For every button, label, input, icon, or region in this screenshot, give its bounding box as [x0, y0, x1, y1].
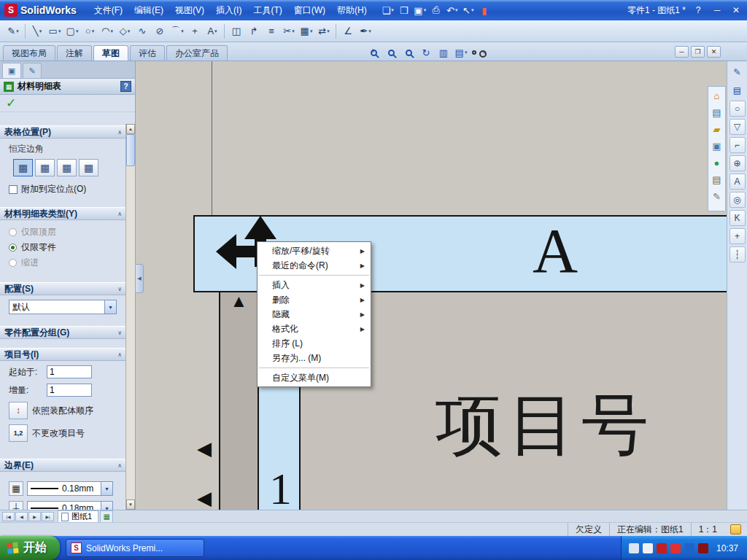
hidden-column-left-icon[interactable]: ◀ — [197, 439, 212, 458]
doc-minimize-button[interactable]: ─ — [675, 46, 689, 58]
menu-tools[interactable]: 工具(T) — [247, 2, 287, 19]
center-mark-icon[interactable]: + — [729, 228, 746, 244]
note-icon[interactable]: ▤ — [729, 82, 746, 98]
menu-window[interactable]: 窗口(W) — [288, 2, 331, 19]
point-icon[interactable]: + — [187, 23, 203, 39]
tab-sketch[interactable]: 草图 — [93, 45, 128, 61]
open-icon[interactable]: ❒ — [396, 2, 412, 18]
datum-feature-icon[interactable]: A — [729, 174, 746, 190]
drawing-area[interactable]: A ▲ 1 项目号 ◀ ◀ — [136, 61, 727, 510]
attach-to-anchor-checkbox[interactable] — [9, 185, 18, 194]
follow-assembly-order-button[interactable]: ↕ — [9, 402, 28, 419]
tab-evaluate[interactable]: 评估 — [130, 45, 165, 61]
menu-item-sort[interactable]: 排序 (L) — [258, 336, 371, 351]
centerline-icon[interactable]: ┆ — [729, 246, 746, 262]
balloon-icon[interactable]: ○ — [729, 101, 746, 117]
panel-tab-properties[interactable]: ▣ — [2, 63, 21, 78]
slot-icon[interactable]: ▢ — [64, 23, 80, 39]
start-at-input[interactable] — [47, 365, 92, 378]
menu-item-hide[interactable]: 隐藏 ▶ — [258, 307, 371, 322]
panel-tab-custom[interactable]: ✎ — [23, 63, 42, 78]
save-icon[interactable]: ▣ — [412, 2, 428, 18]
panel-help-button[interactable]: ? — [120, 81, 131, 92]
menu-edit[interactable]: 编辑(E) — [128, 2, 169, 19]
doc-restore-button[interactable]: ❐ — [691, 46, 705, 58]
panel-scrollbar[interactable] — [125, 124, 135, 510]
section-header-configurations[interactable]: 配置(S) ∨ — [0, 282, 126, 295]
grid-border-thickness-select[interactable]: 0.18mm ▼ — [27, 501, 113, 510]
geometric-tolerance-icon[interactable]: ⊕ — [729, 155, 746, 171]
select-icon[interactable]: ↖ — [460, 2, 476, 18]
menu-item-save-as[interactable]: 另存为... (M) — [258, 351, 371, 365]
ellipse-icon[interactable]: ⊘ — [152, 23, 168, 39]
minimize-button[interactable]: ─ — [711, 5, 724, 15]
scroll-thumb[interactable] — [126, 134, 135, 166]
layer-properties-icon[interactable]: ▤ — [454, 45, 468, 60]
custom-properties-icon[interactable]: ▤ — [710, 173, 724, 187]
menu-help[interactable]: 帮助(H) — [331, 2, 373, 19]
quick-snaps-icon[interactable]: ✒ — [357, 23, 374, 39]
section-header-bom-type[interactable]: 材料明细表类型(Y) ∧ — [0, 207, 126, 220]
tab-annotation[interactable]: 注解 — [57, 45, 92, 61]
corner-bottom-left-button[interactable]: ▦ — [57, 159, 77, 176]
radio-top-level-only[interactable] — [9, 228, 17, 236]
surface-finish-icon[interactable]: ▽ — [729, 119, 746, 135]
view-settings-icon[interactable] — [471, 45, 486, 60]
menu-item-insert[interactable]: 插入 ▶ — [258, 278, 371, 292]
corner-top-left-button[interactable]: ▦ — [13, 159, 33, 176]
fillet-icon[interactable]: ⌒ — [169, 23, 185, 39]
document-recovery-icon[interactable]: ✎ — [710, 190, 724, 203]
move-entities-icon[interactable]: ⇄ — [316, 23, 332, 39]
datum-target-icon[interactable]: ◎ — [729, 192, 746, 208]
scroll-down-icon[interactable] — [126, 499, 135, 510]
design-library-icon[interactable]: ▤ — [710, 106, 724, 120]
weld-symbol-icon[interactable]: ⌐ — [729, 137, 746, 153]
dropdown-arrow-icon[interactable]: ▼ — [101, 502, 112, 510]
edit-annotation-icon[interactable]: ✎ — [729, 64, 746, 80]
tab-office-products[interactable]: 办公室产品 — [166, 45, 228, 61]
corner-bottom-right-button[interactable]: ▦ — [79, 159, 98, 176]
mirror-entities-icon[interactable]: ◫ — [228, 23, 244, 39]
next-sheet-button[interactable]: ▶ — [28, 512, 41, 521]
sketch-icon[interactable]: ✎ — [5, 23, 21, 39]
section-header-part-config-grouping[interactable]: 零件配置分组(G) ∨ — [0, 326, 126, 339]
help-button[interactable]: ? — [692, 5, 705, 15]
section-header-item-numbers[interactable]: 项目号(I) ∧ — [0, 348, 126, 361]
dropdown-arrow-icon[interactable]: ▼ — [104, 300, 116, 314]
menu-item-zoom-pan-rotate[interactable]: 缩放/平移/旋转 ▶ — [258, 244, 371, 258]
doc-close-button[interactable]: ✕ — [707, 46, 721, 58]
zoom-to-fit-icon[interactable] — [401, 45, 416, 60]
add-sheet-button[interactable]: ▦ — [100, 510, 113, 522]
sheet-tab[interactable]: 图纸1 — [58, 510, 98, 522]
box-border-thickness-select[interactable]: 0.18mm ▼ — [27, 481, 113, 496]
dropdown-arrow-icon[interactable]: ▼ — [101, 482, 112, 495]
spline-icon[interactable]: ∿ — [134, 23, 150, 39]
arc-icon[interactable]: ◠ — [99, 23, 115, 39]
menu-view[interactable]: 视图(V) — [169, 2, 210, 19]
previous-sheet-button[interactable]: ◀ — [15, 512, 28, 521]
menu-insert[interactable]: 插入(I) — [210, 2, 247, 19]
configuration-select[interactable]: 默认 ▼ — [9, 300, 117, 314]
quick-tips-icon[interactable] — [730, 524, 741, 534]
panel-collapse-handle[interactable] — [136, 264, 144, 293]
rebuild-view-icon[interactable]: ↻ — [419, 45, 433, 60]
view-palette-icon[interactable]: ▣ — [710, 139, 724, 153]
line-icon[interactable]: ╲ — [29, 23, 45, 39]
increment-input[interactable] — [47, 384, 92, 397]
close-button[interactable]: ✕ — [729, 5, 743, 15]
update-tray-icon[interactable] — [698, 543, 708, 553]
menu-item-customize-menu[interactable]: 自定义菜单(M) — [258, 370, 371, 385]
gpu-tray-icon[interactable] — [657, 543, 667, 553]
circle-icon[interactable]: ○ — [82, 23, 98, 39]
menu-item-delete[interactable]: 删除 ▶ — [258, 292, 371, 307]
menu-file[interactable]: 文件(F) — [88, 2, 128, 19]
start-button[interactable]: 开始 — [0, 536, 60, 560]
last-sheet-button[interactable]: ▶| — [42, 512, 54, 521]
linear-pattern-icon[interactable]: ▦ — [298, 23, 314, 39]
trim-entities-icon[interactable]: ✂ — [281, 23, 297, 39]
radio-indented[interactable] — [9, 259, 17, 267]
section-header-border[interactable]: 边界(E) ∧ — [0, 459, 126, 472]
scroll-up-icon[interactable] — [126, 124, 135, 134]
offset-entities-icon[interactable]: ≡ — [263, 23, 279, 39]
corner-top-right-button[interactable]: ▦ — [35, 159, 55, 176]
